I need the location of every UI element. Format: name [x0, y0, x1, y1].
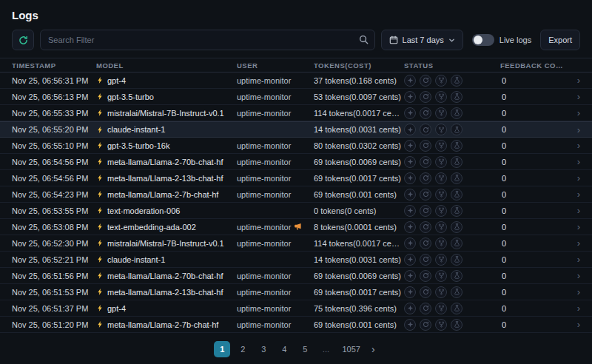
- retry-icon[interactable]: [420, 107, 431, 119]
- flask-icon[interactable]: [451, 107, 462, 119]
- fork-icon[interactable]: [435, 172, 447, 184]
- sparkle-icon[interactable]: [404, 172, 416, 184]
- fork-icon[interactable]: [435, 75, 447, 87]
- flask-icon[interactable]: [451, 221, 462, 233]
- sparkle-icon[interactable]: [404, 75, 416, 87]
- flask-icon[interactable]: [451, 91, 462, 103]
- table-row[interactable]: Nov 25, 06:51:53 PM meta-llama/Llama-2-1…: [0, 284, 592, 300]
- table-row[interactable]: Nov 25, 06:53:08 PM text-embedding-ada-0…: [0, 219, 592, 235]
- retry-icon[interactable]: [420, 319, 431, 331]
- table-row[interactable]: Nov 25, 06:56:13 PM gpt-3.5-turbo uptime…: [0, 89, 592, 105]
- row-chevron-right-icon[interactable]: ›: [567, 303, 580, 314]
- retry-icon[interactable]: [420, 286, 431, 298]
- row-chevron-right-icon[interactable]: ›: [567, 205, 580, 216]
- fork-icon[interactable]: [435, 107, 447, 119]
- retry-icon[interactable]: [420, 75, 431, 87]
- search-input[interactable]: [40, 30, 375, 50]
- page-button-3[interactable]: 3: [255, 341, 272, 357]
- sparkle-icon[interactable]: [404, 124, 416, 135]
- fork-icon[interactable]: [435, 254, 447, 266]
- row-chevron-right-icon[interactable]: ›: [567, 237, 580, 249]
- flask-icon[interactable]: [451, 286, 462, 298]
- flask-icon[interactable]: [451, 205, 462, 217]
- table-row[interactable]: Nov 25, 06:53:55 PM text-moderation-006 …: [0, 203, 592, 219]
- flask-icon[interactable]: [451, 254, 462, 266]
- row-chevron-right-icon[interactable]: ›: [567, 270, 580, 281]
- retry-icon[interactable]: [420, 124, 431, 135]
- retry-icon[interactable]: [420, 221, 431, 233]
- page-button-1057[interactable]: 1057: [338, 341, 363, 357]
- row-chevron-right-icon[interactable]: ›: [567, 221, 580, 232]
- table-row[interactable]: Nov 25, 06:52:30 PM mistralai/Mistral-7B…: [0, 235, 592, 252]
- retry-icon[interactable]: [420, 237, 431, 249]
- flask-icon[interactable]: [451, 140, 462, 152]
- page-button-5[interactable]: 5: [297, 341, 313, 357]
- table-row[interactable]: Nov 25, 06:54:23 PM meta-llama/Llama-2-7…: [0, 186, 592, 203]
- page-button-2[interactable]: 2: [235, 341, 251, 357]
- fork-icon[interactable]: [435, 189, 447, 200]
- flask-icon[interactable]: [451, 270, 462, 282]
- retry-icon[interactable]: [420, 270, 431, 282]
- sparkle-icon[interactable]: [404, 189, 416, 200]
- table-row[interactable]: Nov 25, 06:51:37 PM gpt-4 uptime-monitor…: [0, 300, 592, 317]
- table-row[interactable]: Nov 25, 06:55:33 PM mistralai/Mistral-7B…: [0, 105, 592, 121]
- flask-icon[interactable]: [451, 319, 462, 331]
- flask-icon[interactable]: [451, 189, 462, 200]
- retry-icon[interactable]: [420, 156, 431, 168]
- fork-icon[interactable]: [435, 319, 447, 331]
- row-chevron-right-icon[interactable]: ›: [567, 124, 580, 135]
- fork-icon[interactable]: [435, 91, 447, 103]
- retry-icon[interactable]: [420, 189, 431, 200]
- row-chevron-right-icon[interactable]: ›: [567, 156, 580, 167]
- fork-icon[interactable]: [435, 124, 447, 135]
- flask-icon[interactable]: [451, 237, 462, 249]
- retry-icon[interactable]: [420, 172, 431, 184]
- refresh-button[interactable]: [12, 30, 34, 50]
- table-row[interactable]: Nov 25, 06:55:10 PM gpt-3.5-turbo-16k up…: [0, 138, 592, 154]
- page-button-1[interactable]: 1: [214, 341, 230, 357]
- flask-icon[interactable]: [451, 124, 462, 135]
- table-row[interactable]: Nov 25, 06:56:31 PM gpt-4 uptime-monitor…: [0, 73, 592, 89]
- sparkle-icon[interactable]: [404, 237, 416, 249]
- sparkle-icon[interactable]: [404, 270, 416, 282]
- next-page-button[interactable]: ›: [369, 343, 378, 355]
- flask-icon[interactable]: [451, 303, 462, 314]
- sparkle-icon[interactable]: [404, 140, 416, 152]
- export-button[interactable]: Export: [540, 30, 580, 50]
- date-range-button[interactable]: Last 7 days: [381, 30, 463, 50]
- row-chevron-right-icon[interactable]: ›: [567, 189, 580, 200]
- table-row[interactable]: Nov 25, 06:51:56 PM meta-llama/Llama-2-7…: [0, 268, 592, 284]
- sparkle-icon[interactable]: [404, 286, 416, 298]
- fork-icon[interactable]: [435, 286, 447, 298]
- flask-icon[interactable]: [451, 156, 462, 168]
- row-chevron-right-icon[interactable]: ›: [567, 172, 580, 183]
- row-chevron-right-icon[interactable]: ›: [567, 254, 580, 265]
- sparkle-icon[interactable]: [404, 221, 416, 233]
- retry-icon[interactable]: [420, 303, 431, 314]
- sparkle-icon[interactable]: [404, 107, 416, 119]
- row-chevron-right-icon[interactable]: ›: [567, 319, 580, 330]
- table-row[interactable]: Nov 25, 06:54:56 PM meta-llama/Llama-2-1…: [0, 170, 592, 186]
- retry-icon[interactable]: [420, 205, 431, 217]
- table-row[interactable]: Nov 25, 06:55:20 PM claude-instant-1 14 …: [0, 121, 592, 138]
- row-chevron-right-icon[interactable]: ›: [567, 140, 580, 151]
- live-logs-toggle[interactable]: [472, 34, 494, 46]
- row-chevron-right-icon[interactable]: ›: [567, 107, 580, 118]
- page-button-4[interactable]: 4: [276, 341, 292, 357]
- flask-icon[interactable]: [451, 75, 462, 87]
- table-row[interactable]: Nov 25, 06:51:20 PM meta-llama/Llama-2-7…: [0, 317, 592, 333]
- sparkle-icon[interactable]: [404, 156, 416, 168]
- fork-icon[interactable]: [435, 156, 447, 168]
- sparkle-icon[interactable]: [404, 254, 416, 266]
- sparkle-icon[interactable]: [404, 303, 416, 314]
- fork-icon[interactable]: [435, 221, 447, 233]
- retry-icon[interactable]: [420, 254, 431, 266]
- retry-icon[interactable]: [420, 140, 431, 152]
- fork-icon[interactable]: [435, 205, 447, 217]
- sparkle-icon[interactable]: [404, 205, 416, 217]
- row-chevron-right-icon[interactable]: ›: [567, 91, 580, 102]
- sparkle-icon[interactable]: [404, 91, 416, 103]
- row-chevron-right-icon[interactable]: ›: [567, 286, 580, 297]
- fork-icon[interactable]: [435, 303, 447, 314]
- fork-icon[interactable]: [435, 237, 447, 249]
